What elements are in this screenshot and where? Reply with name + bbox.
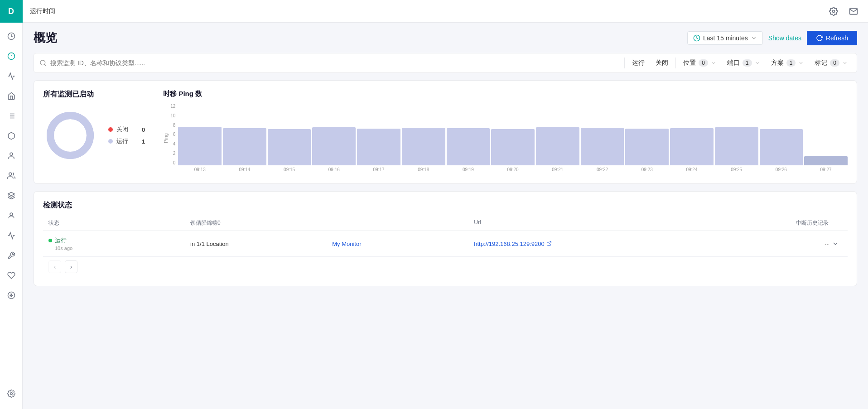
svg-point-16 [40, 60, 45, 65]
overview-left: 所有监测已启动 [43, 90, 145, 174]
show-dates-button[interactable]: Show dates [768, 34, 801, 42]
sidebar-item-home[interactable] [0, 86, 22, 106]
url-cell[interactable]: http://192.168.25.129:9200 [474, 241, 687, 247]
col-header-status: 状态 [48, 219, 190, 227]
sidebar-item-user[interactable] [0, 146, 22, 166]
y-axis-label: Ping [163, 133, 169, 143]
bar-09:13 [178, 127, 222, 165]
search-input[interactable] [50, 59, 621, 67]
sidebar-item-wrench[interactable] [0, 285, 22, 305]
status-dot [48, 239, 52, 242]
tag-badge: 0 [830, 59, 839, 67]
filter-divider [624, 58, 625, 68]
time-selector[interactable]: Last 15 minutes [687, 31, 763, 45]
refresh-button[interactable]: Refresh [807, 31, 857, 45]
refresh-label: Refresh [826, 34, 848, 42]
chevron-down-expand-icon [832, 240, 839, 247]
sidebar-bottom [7, 384, 15, 409]
detection-card: 检测状态 状态 锲偱胫錦幰0 Url 中断历史记录 运行 10s ago [34, 191, 857, 286]
content-area: 概览 Last 15 minutes Show dates Refresh [23, 23, 868, 409]
filter-running[interactable]: 运行 [628, 57, 648, 69]
bar-09:27 [804, 156, 848, 165]
col-header-expand [829, 219, 842, 227]
x-label-09:20: 09:20 [491, 167, 535, 172]
bar-09:15 [268, 129, 311, 165]
bar-09:14 [223, 128, 266, 165]
mail-icon[interactable] [846, 4, 861, 19]
overview-content: 所有监测已启动 [43, 90, 848, 174]
bar-09:25 [715, 127, 758, 165]
filter-plan[interactable]: 方案 1 [767, 57, 808, 69]
overview-label: 所有监测已启动 [43, 90, 145, 99]
col-header-location: 锲偱胫錦幰0 [190, 219, 332, 227]
next-page-button[interactable]: › [65, 260, 77, 273]
svg-point-14 [833, 10, 835, 12]
tag-chevron-icon [842, 60, 848, 66]
sidebar-item-heartbeat[interactable] [0, 226, 22, 245]
chevron-down-icon [751, 35, 757, 41]
y-label-4: 4 [173, 141, 176, 146]
bar-09:19 [447, 128, 490, 165]
svg-point-10 [9, 173, 11, 175]
donut-area: 关闭 0 运行 1 [43, 108, 145, 163]
table-row: 运行 10s ago in 1/1 Location My Monitor ht… [43, 231, 848, 257]
sidebar-item-box[interactable] [0, 126, 22, 146]
x-label-09:21: 09:21 [536, 167, 579, 172]
page-title: 概览 [34, 30, 687, 46]
app-logo: D [0, 0, 23, 23]
legend-closed: 关闭 0 [108, 125, 145, 134]
filter-tag[interactable]: 标记 0 [811, 57, 851, 69]
svg-point-12 [10, 213, 13, 216]
settings-icon[interactable] [826, 4, 841, 19]
time-label: Last 15 minutes [703, 34, 748, 42]
port-chevron-icon [755, 60, 760, 66]
page-header: 概览 Last 15 minutes Show dates Refresh [34, 30, 857, 46]
svg-point-13 [10, 393, 12, 395]
closed-dot [108, 127, 113, 132]
sidebar-item-list[interactable] [0, 106, 22, 126]
bars-wrapper [178, 102, 848, 165]
sidebar-item-clock[interactable] [0, 26, 22, 46]
bars-container: 09:1309:1409:1509:1609:1709:1809:1909:20… [178, 102, 848, 174]
header-controls: Last 15 minutes Show dates Refresh [687, 31, 857, 45]
sidebar-nav [0, 23, 22, 384]
x-label-09:26: 09:26 [760, 167, 803, 172]
chart-title: 时移 Ping 数 [163, 90, 848, 98]
sidebar-item-person[interactable] [0, 206, 22, 226]
status-running: 运行 [48, 236, 190, 245]
prev-page-button[interactable]: ‹ [48, 260, 61, 273]
sidebar-item-activity[interactable] [0, 66, 22, 86]
sidebar-item-tool[interactable] [0, 245, 22, 265]
sidebar-item-monitor[interactable] [0, 46, 22, 66]
clock-icon [693, 34, 700, 42]
x-axis: 09:1309:1409:1509:1609:1709:1809:1909:20… [178, 167, 848, 172]
sidebar-item-settings[interactable] [7, 384, 15, 404]
bar-09:23 [625, 129, 669, 165]
svg-point-9 [10, 153, 13, 155]
plan-badge: 1 [786, 59, 796, 67]
x-label-09:23: 09:23 [625, 167, 669, 172]
filter-location[interactable]: 位置 0 [680, 57, 720, 69]
sidebar-item-layers[interactable] [0, 186, 22, 206]
sidebar-item-users[interactable] [0, 166, 22, 186]
window-title: 运行时间 [30, 7, 55, 15]
bar-09:20 [491, 129, 535, 165]
y-label-6: 6 [173, 132, 176, 137]
sidebar-item-heart[interactable] [0, 265, 22, 285]
expand-button[interactable] [829, 240, 842, 247]
detection-title: 检测状态 [43, 201, 848, 210]
running-dot [108, 139, 113, 144]
y-label-2: 2 [173, 151, 176, 156]
x-label-09:25: 09:25 [715, 167, 758, 172]
legend-running: 运行 1 [108, 137, 145, 145]
monitor-name-link[interactable]: My Monitor [332, 241, 474, 247]
svg-point-19 [50, 115, 90, 155]
port-badge: 1 [743, 59, 752, 67]
y-label-0: 0 [173, 160, 176, 165]
filter-closed[interactable]: 关闭 [652, 57, 672, 69]
search-icon [39, 59, 47, 67]
location-badge: 0 [699, 59, 708, 67]
svg-line-17 [44, 64, 46, 66]
plan-chevron-icon [798, 60, 804, 66]
filter-port[interactable]: 端口 1 [723, 57, 764, 69]
